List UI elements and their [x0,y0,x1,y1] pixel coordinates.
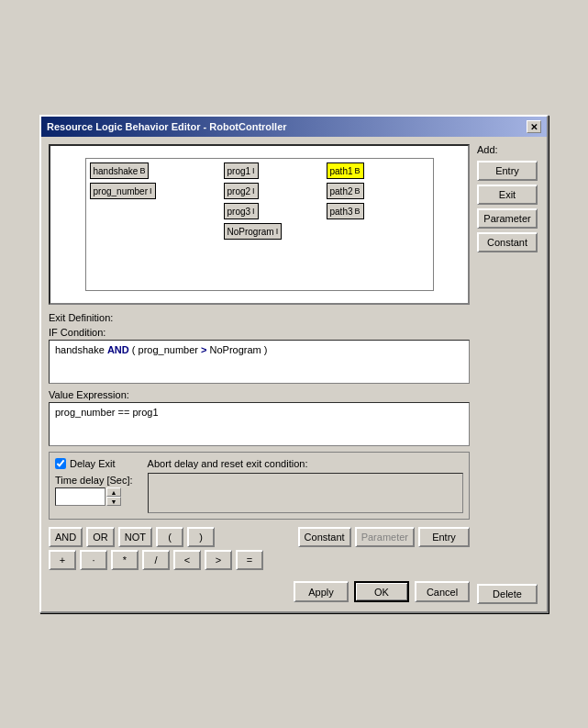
node-path2[interactable]: path2B [327,183,364,199]
node-path1[interactable]: path1B [327,162,364,179]
main-area: handshakeB prog1I path1B prog_numberI pr… [49,144,470,604]
node-noprogram[interactable]: NoProgramI [224,223,283,240]
entry-side-btn[interactable]: Entry [477,161,538,181]
spinner-up-btn[interactable]: ▲ [106,487,121,497]
exit-definition-section: Exit Definition: IF Condition: handshake… [49,312,470,446]
lt-btn[interactable]: < [173,550,201,570]
or-btn[interactable]: OR [86,527,115,547]
value-expression-text: prog_number == prog1 [55,407,159,418]
node-path3[interactable]: path3B [327,203,364,219]
node-prog2[interactable]: prog2I [224,183,259,199]
title-bar: Resource Logic Behavior Editor - RobotCo… [41,117,547,137]
node-handshake[interactable]: handshakeB [90,162,150,179]
open-paren-btn[interactable]: ( [156,527,183,547]
if-condition-label: IF Condition: [49,327,470,338]
cancel-button[interactable]: Cancel [415,581,470,602]
op-row-1: AND OR NOT ( ) Constant Parameter Entry [49,527,470,547]
abort-column: Abort delay and reset exit condition: [148,458,463,513]
dot-btn[interactable]: · [80,550,107,570]
value-expression-label: Value Expression: [49,389,470,400]
constant-side-btn[interactable]: Constant [477,232,538,252]
apply-button[interactable]: Apply [294,581,349,602]
main-window: Resource Logic Behavior Editor - RobotCo… [39,115,549,613]
time-delay-label: Time delay [Sec]: [55,475,133,486]
add-label: Add: [477,144,539,155]
node-prog-number[interactable]: prog_numberI [90,183,156,199]
mult-btn[interactable]: * [111,550,139,570]
spinner-down-btn[interactable]: ▼ [106,497,121,506]
gt-btn[interactable]: > [205,550,232,570]
side-panel: Add: Entry Exit Parameter Constant Delet… [477,144,539,604]
exit-side-btn[interactable]: Exit [477,185,538,205]
eq-btn[interactable]: = [236,550,263,570]
exit-definition-label: Exit Definition: [49,312,470,323]
abort-label: Abort delay and reset exit condition: [148,458,463,469]
footer-row: Apply OK Cancel [49,577,470,604]
time-delay-col: Time delay [Sec]: 0.1 ▲ ▼ [55,475,133,506]
entry-op-btn[interactable]: Entry [418,527,470,547]
delay-exit-checkbox[interactable] [55,458,66,469]
plus-btn[interactable]: + [49,550,76,570]
node-prog3[interactable]: prog3I [224,203,259,219]
diagram-container: handshakeB prog1I path1B prog_numberI pr… [85,158,434,291]
delay-exit-row: Delay Exit [55,458,133,469]
close-paren-btn[interactable]: ) [187,527,215,547]
op-row-2: + · * / < > = [49,550,470,570]
if-condition-display[interactable]: handshake AND ( prog_number > NoProgram … [49,340,470,384]
time-delay-spinner: 0.1 ▲ ▼ [55,487,133,506]
delay-exit-label: Delay Exit [70,458,116,469]
options-section: Delay Exit Time delay [Sec]: 0.1 ▲ ▼ [49,452,470,520]
delay-column: Delay Exit Time delay [Sec]: 0.1 ▲ ▼ [55,458,133,506]
spinner-buttons: ▲ ▼ [106,487,121,506]
abort-box [148,473,463,513]
node-prog1[interactable]: prog1I [224,162,259,179]
close-button[interactable]: ✕ [527,120,541,133]
constant-op-btn[interactable]: Constant [298,527,351,547]
div-btn[interactable]: / [142,550,170,570]
parameter-side-btn[interactable]: Parameter [477,208,538,229]
value-expression-display[interactable]: prog_number == prog1 [49,402,470,446]
time-delay-input[interactable]: 0.1 [55,487,105,506]
and-btn[interactable]: AND [49,527,83,547]
diagram-area: handshakeB prog1I path1B prog_numberI pr… [49,144,470,305]
delete-button[interactable]: Delete [477,584,538,604]
not-btn[interactable]: NOT [118,527,152,547]
operator-rows: AND OR NOT ( ) Constant Parameter Entry … [49,527,470,570]
window-title: Resource Logic Behavior Editor - RobotCo… [47,121,287,132]
ok-button[interactable]: OK [354,581,409,602]
parameter-op-btn: Parameter [355,527,415,547]
window-body: handshakeB prog1I path1B prog_numberI pr… [41,137,547,611]
